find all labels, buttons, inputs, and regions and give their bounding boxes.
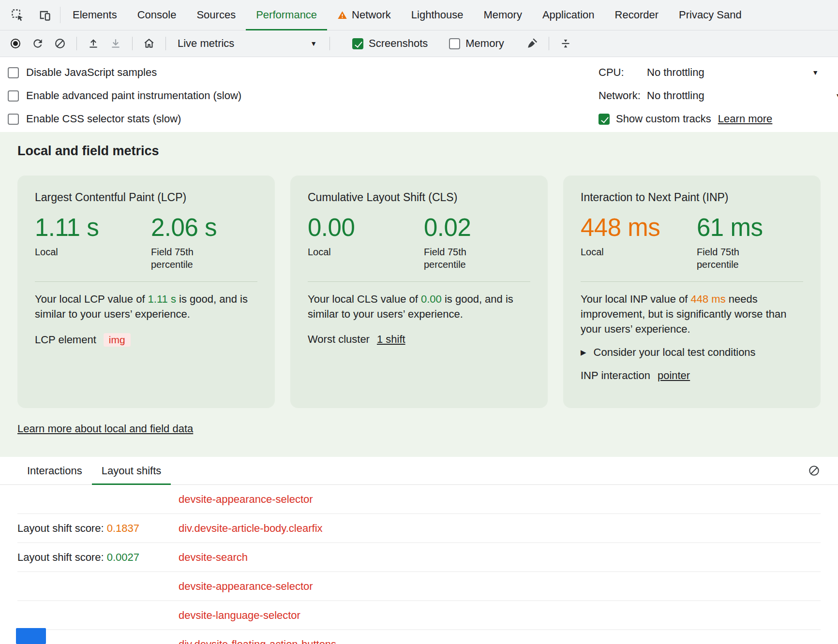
home-button[interactable] <box>139 34 159 53</box>
option-label: Enable advanced paint instrumentation (s… <box>26 89 241 102</box>
tab-performance[interactable]: Performance <box>246 0 327 30</box>
live-metrics-panel: Local and field metrics Largest Contentf… <box>0 132 838 457</box>
tab-label: Performance <box>256 9 317 21</box>
live-metrics-dropdown[interactable]: Live metrics ▼ <box>173 34 323 53</box>
cls-card: Cumulative Layout Shift (CLS) 0.00 Local… <box>290 176 548 408</box>
tab-label: Application <box>542 9 595 21</box>
shifted-element-link[interactable]: devsite-appearance-selector <box>179 493 313 506</box>
network-label: Network: <box>599 89 647 102</box>
score-label: Layout shift score: <box>17 522 107 534</box>
home-icon <box>143 37 155 50</box>
tab-memory[interactable]: Memory <box>473 0 532 30</box>
performance-toolbar: Live metrics ▼ Screenshots Memory <box>0 30 838 57</box>
download-icon <box>109 37 122 50</box>
tab-sources[interactable]: Sources <box>186 0 246 30</box>
network-throttling-select[interactable]: No throttling <box>647 89 704 102</box>
chevron-down-icon[interactable]: ▼ <box>835 92 838 99</box>
shifted-element-link[interactable]: devsite-search <box>179 551 248 564</box>
show-custom-tracks-checkbox[interactable] <box>599 114 610 125</box>
inspect-icon <box>11 8 24 22</box>
layout-shift-row: Layout shift score: 0.1837 div.devsite-a… <box>17 514 821 543</box>
lcp-local-value: 1.11 s <box>35 215 151 241</box>
disable-js-samples-checkbox[interactable] <box>8 67 19 78</box>
tab-recorder[interactable]: Recorder <box>605 0 669 30</box>
toolbar-divider <box>76 37 77 50</box>
advanced-paint-checkbox[interactable] <box>8 90 19 102</box>
tab-label: Interactions <box>27 465 82 477</box>
card-divider <box>35 281 257 282</box>
layout-shift-rows: devsite-appearance-selector Layout shift… <box>17 485 821 644</box>
desc-value: 0.00 <box>421 293 442 305</box>
css-selector-stats-checkbox[interactable] <box>8 114 19 125</box>
tab-lighthouse[interactable]: Lighthouse <box>401 0 474 30</box>
tab-label: Lighthouse <box>411 9 464 21</box>
show-custom-tracks-option[interactable]: Show custom tracks Learn more <box>599 107 838 131</box>
disclosure-label: Consider your local test conditions <box>594 346 756 359</box>
compress-icon <box>559 37 572 50</box>
field-label: Field 75th percentile <box>424 246 489 271</box>
lcp-element-node-link[interactable]: img <box>104 333 131 347</box>
learn-more-field-data-link[interactable]: Learn more about local and field data <box>17 423 193 435</box>
shifted-element-link[interactable]: div.devsite-article-body.clearfix <box>179 522 323 535</box>
card-title: Largest Contentful Paint (LCP) <box>35 191 257 204</box>
capture-settings: Disable JavaScript samples Enable advanc… <box>0 57 838 132</box>
clear-log-icon <box>808 464 821 477</box>
layout-shift-row: devsite-appearance-selector <box>17 572 821 601</box>
option-label: Disable JavaScript samples <box>26 66 157 79</box>
chevron-down-icon: ▼ <box>310 40 317 47</box>
tab-network[interactable]: Network <box>327 0 401 30</box>
device-toolbar-button[interactable] <box>35 5 54 25</box>
tab-console[interactable]: Console <box>127 0 187 30</box>
dropdown-value: Live metrics <box>178 37 234 50</box>
lcp-description: Your local LCP value of 1.11 s is good, … <box>35 292 257 322</box>
chevron-down-icon[interactable]: ▼ <box>812 69 819 76</box>
worst-cluster-link[interactable]: 1 shift <box>377 333 405 346</box>
learn-more-link[interactable]: Learn more <box>718 113 773 125</box>
screenshots-label: Screenshots <box>369 37 428 50</box>
cpu-throttling-select[interactable]: No throttling <box>647 66 704 79</box>
memory-toggle[interactable]: Memory <box>446 37 507 50</box>
local-test-conditions-disclosure[interactable]: ▶ Consider your local test conditions <box>581 346 803 359</box>
score-label: Layout shift score: <box>17 551 107 563</box>
clear-button[interactable] <box>50 34 70 53</box>
page-title: Local and field metrics <box>17 143 821 159</box>
lcp-field-value: 2.06 s <box>151 215 217 241</box>
option-label: Enable CSS selector stats (slow) <box>26 113 181 125</box>
screenshots-checkbox[interactable] <box>352 38 363 49</box>
desc-text: Your local CLS value of <box>308 293 421 305</box>
collect-garbage-button[interactable] <box>523 34 542 53</box>
toolbar-divider <box>165 37 166 50</box>
screenshots-toggle[interactable]: Screenshots <box>349 37 431 50</box>
broom-icon <box>526 37 539 50</box>
memory-checkbox[interactable] <box>449 38 460 49</box>
clear-icon <box>54 37 66 50</box>
load-profile-button[interactable] <box>84 34 103 53</box>
refresh-icon <box>31 37 44 50</box>
tab-label: Layout shifts <box>102 465 162 477</box>
compress-button[interactable] <box>556 34 575 53</box>
shifted-element-link[interactable]: devsite-appearance-selector <box>179 580 313 593</box>
cls-local-value: 0.00 <box>308 215 424 241</box>
save-profile-button[interactable] <box>106 34 125 53</box>
shifted-element-link[interactable]: div.devsite-floating-action-buttons <box>179 638 336 644</box>
cls-field-value: 0.02 <box>424 215 489 241</box>
tab-elements[interactable]: Elements <box>62 0 127 30</box>
tab-layout-shifts[interactable]: Layout shifts <box>92 457 171 484</box>
inp-field-value: 61 ms <box>697 215 763 241</box>
tab-privacy-sandbox[interactable]: Privacy Sand <box>669 0 752 30</box>
record-button[interactable] <box>6 34 25 53</box>
inp-interaction-link[interactable]: pointer <box>658 369 690 382</box>
layout-shift-row: Layout shift score: 0.0027 devsite-searc… <box>17 543 821 572</box>
tab-interactions[interactable]: Interactions <box>17 457 92 484</box>
card-divider <box>308 281 530 282</box>
clear-log-button[interactable] <box>808 464 821 477</box>
live-metrics-log: Interactions Layout shifts devsite-appea… <box>0 457 838 644</box>
shifted-element-link[interactable]: devsite-language-selector <box>179 609 300 622</box>
desc-value: 1.11 s <box>148 293 176 305</box>
reload-and-record-button[interactable] <box>28 34 47 53</box>
inspect-element-button[interactable] <box>8 5 27 25</box>
devtools-tabbar: Elements Console Sources Performance Net… <box>0 0 838 30</box>
tab-application[interactable]: Application <box>532 0 605 30</box>
horizontal-scrollbar-thumb[interactable] <box>16 628 46 644</box>
tab-label: Console <box>137 9 177 21</box>
